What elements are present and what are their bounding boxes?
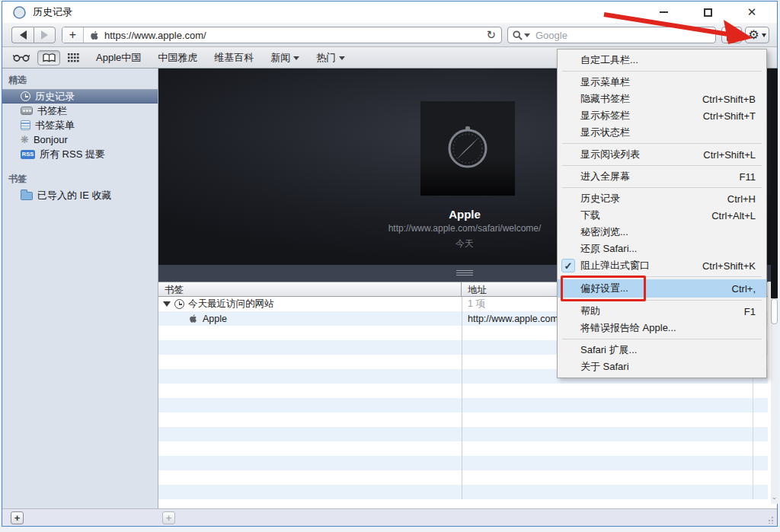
bookmark-item-label: 中国雅虎: [158, 51, 197, 65]
folder-icon: [21, 192, 33, 200]
coverflow-thumbnail[interactable]: [420, 101, 515, 196]
bookmarks-bar-icon: [21, 107, 33, 115]
checkmark-icon: ✓: [561, 259, 575, 272]
settings-gear-button[interactable]: ⚙: [745, 27, 769, 43]
search-options-caret-icon[interactable]: [524, 33, 530, 37]
menu-item[interactable]: Safari 扩展...: [558, 342, 766, 358]
menu-item[interactable]: 显示标签栏Ctrl+Shift+T: [558, 107, 766, 124]
menu-item-shortcut: Ctrl+Shift+B: [702, 94, 756, 105]
sidebar-item-label: 已导入的 IE 收藏: [37, 189, 112, 202]
top-sites-grid-icon[interactable]: [68, 53, 79, 62]
menu-item[interactable]: 隐藏书签栏Ctrl+Shift+B: [558, 91, 766, 107]
bookmark-items: Apple中国中国雅虎维基百科新闻热门: [79, 51, 345, 65]
table-cell-bookmark[interactable]: 今天最近访问的网站: [158, 297, 462, 311]
chevron-down-icon: [762, 33, 766, 37]
menu-item[interactable]: ✓阻止弹出式窗口Ctrl+Shift+K: [558, 257, 766, 274]
window-controls: ✕: [652, 2, 769, 23]
page-menu-button[interactable]: [721, 27, 742, 43]
menu-item-label: 关于 Safari: [580, 360, 629, 374]
menu-item-label: 还原 Safari...: [580, 242, 637, 256]
menu-item[interactable]: 下载Ctrl+Alt+L: [558, 207, 766, 224]
resize-grip-icon[interactable]: [456, 270, 473, 276]
menu-item-label: 历史记录: [580, 192, 620, 205]
show-bookmarks-button[interactable]: [37, 50, 60, 65]
back-button[interactable]: [11, 27, 34, 43]
close-button[interactable]: ✕: [740, 3, 763, 21]
reload-icon[interactable]: ↻: [486, 28, 496, 42]
sidebar-item-label: 历史记录: [35, 90, 75, 104]
menu-item-label: 显示阅读列表: [580, 148, 640, 161]
menu-item-shortcut: Ctrl+Shift+K: [702, 260, 756, 272]
menu-item[interactable]: 将错误报告给 Apple...: [558, 320, 766, 336]
menu-item[interactable]: 显示菜单栏: [558, 74, 766, 91]
annotation-red-box: [561, 276, 646, 301]
sidebar-item-label: 所有 RSS 提要: [40, 148, 105, 161]
bookmark-item[interactable]: 中国雅虎: [158, 51, 197, 65]
sidebar-item-rss[interactable]: RSS所有 RSS 提要: [2, 147, 158, 161]
bookmark-item[interactable]: Apple中国: [96, 51, 141, 65]
menu-item[interactable]: 偏好设置...Ctrl+,: [558, 279, 766, 298]
gear-icon: ⚙: [748, 29, 759, 41]
table-row-empty: [158, 413, 768, 427]
sidebar: 精选历史记录书签栏书签菜单❋BonjourRSS所有 RSS 提要书签已导入的 …: [2, 68, 158, 508]
maximize-button[interactable]: [696, 3, 719, 21]
menu-item-label: 显示菜单栏: [580, 75, 630, 89]
add-bookmark-folder-button[interactable]: +: [11, 511, 24, 524]
add-bookmark-button[interactable]: +: [162, 511, 175, 524]
menu-item[interactable]: 秘密浏览...: [558, 224, 766, 241]
scrollbar-thumb[interactable]: [771, 298, 778, 324]
menu-item[interactable]: 显示阅读列表Ctrl+Shift+L: [558, 146, 766, 163]
bookmark-item[interactable]: 热门: [316, 51, 345, 65]
menu-item-label: 自定工具栏...: [580, 53, 638, 67]
scroll-down-arrow-icon[interactable]: ⌄: [771, 493, 778, 501]
chevron-down-icon: [339, 56, 345, 60]
search-field[interactable]: Google: [507, 27, 716, 43]
table-row-empty: [158, 485, 768, 499]
menu-item-label: 阻止弹出式窗口: [580, 259, 650, 272]
menu-item-label: 将错误报告给 Apple...: [580, 321, 676, 335]
sidebar-item-bonjour[interactable]: ❋Bonjour: [2, 132, 158, 147]
vertical-scrollbar[interactable]: ⌄: [771, 68, 778, 504]
table-row-empty: [158, 456, 768, 470]
menu-item[interactable]: 帮助F1: [558, 303, 766, 320]
menu-item-shortcut: Ctrl+Shift+L: [703, 149, 756, 161]
menu-item[interactable]: 自定工具栏...: [558, 52, 766, 68]
safari-compass-glyph-icon: [443, 124, 492, 173]
bookmark-item[interactable]: 维基百科: [214, 51, 254, 65]
column-header-bookmark[interactable]: 书签: [158, 282, 462, 296]
sidebar-item-folder[interactable]: 已导入的 IE 收藏: [2, 188, 158, 202]
menu-item[interactable]: 历史记录Ctrl+H: [558, 190, 766, 207]
window-resize-grip-icon[interactable]: [766, 516, 774, 524]
menu-item[interactable]: 关于 Safari: [558, 358, 766, 375]
disclosure-triangle-icon[interactable]: [163, 301, 171, 307]
table-row-empty: [158, 427, 768, 441]
bookmark-item-label: 新闻: [270, 51, 290, 65]
bookmark-item[interactable]: 新闻: [270, 51, 299, 65]
sidebar-item-label: Bonjour: [34, 134, 68, 145]
table-cell-bookmark[interactable]: Apple: [158, 311, 462, 326]
sidebar-item-bookmarks-menu[interactable]: 书签菜单: [2, 118, 158, 132]
menu-separator: [562, 143, 762, 144]
sidebar-item-bookmarks-bar[interactable]: 书签栏: [2, 104, 158, 118]
page-icon: [727, 30, 737, 41]
apple-logo-icon: [189, 314, 198, 323]
reading-list-glasses-icon[interactable]: [13, 53, 30, 62]
table-row-empty: [158, 470, 768, 485]
menu-item[interactable]: 显示状态栏: [558, 124, 766, 141]
minimize-button[interactable]: [652, 3, 675, 21]
search-icon: [513, 30, 523, 40]
back-icon: [20, 30, 27, 40]
column-header-address[interactable]: 地址: [462, 282, 487, 296]
menu-item[interactable]: 进入全屏幕F11: [558, 168, 766, 185]
forward-icon: [41, 30, 48, 40]
menu-item-shortcut: F11: [740, 171, 756, 183]
sidebar-item-clock[interactable]: 历史记录: [2, 89, 158, 104]
bookmark-item-label: 维基百科: [214, 51, 254, 65]
new-tab-button[interactable]: +: [62, 27, 84, 43]
menu-item[interactable]: 还原 Safari...: [558, 241, 766, 257]
menu-item-label: 显示状态栏: [580, 126, 630, 139]
address-bar[interactable]: + https://www.apple.com/ ↻: [62, 27, 502, 43]
menu-item-shortcut: Ctrl+,: [732, 283, 756, 295]
url-text[interactable]: https://www.apple.com/: [104, 30, 486, 41]
forward-button[interactable]: [34, 27, 56, 43]
